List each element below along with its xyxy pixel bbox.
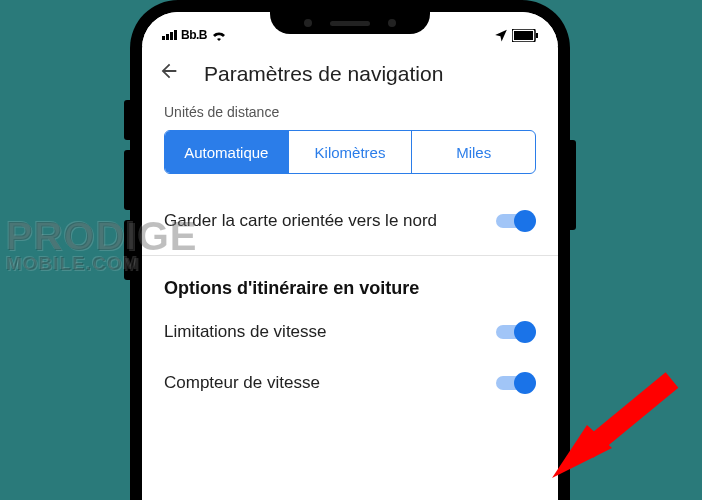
status-left: Bb.B — [162, 28, 227, 42]
distance-units-segmented: Automatique Kilomètres Miles — [164, 130, 536, 174]
divider — [142, 255, 558, 256]
battery-icon — [512, 29, 538, 42]
page-title: Paramètres de navigation — [204, 62, 443, 86]
keep-map-north-toggle[interactable] — [496, 210, 536, 232]
distance-units-label: Unités de distance — [142, 98, 558, 130]
wifi-icon — [211, 29, 227, 41]
svg-rect-1 — [514, 31, 533, 40]
phone-screen: Bb.B Paramètres de navigation Unités de … — [142, 12, 558, 500]
row-speedometer[interactable]: Compteur de vitesse — [142, 358, 558, 409]
keep-map-north-label: Garder la carte orientée vers le nord — [164, 210, 437, 233]
signal-icon — [162, 30, 177, 40]
svg-rect-2 — [536, 33, 538, 38]
row-keep-map-north[interactable]: Garder la carte orientée vers le nord — [142, 196, 558, 247]
speed-limits-label: Limitations de vitesse — [164, 321, 327, 344]
segment-miles[interactable]: Miles — [412, 131, 535, 173]
carrier-label: Bb.B — [181, 28, 207, 42]
phone-side-button — [124, 150, 130, 210]
segment-kilometres[interactable]: Kilomètres — [289, 131, 413, 173]
speedometer-toggle[interactable] — [496, 372, 536, 394]
location-icon — [494, 28, 508, 42]
phone-frame: Bb.B Paramètres de navigation Unités de … — [130, 0, 570, 500]
svg-line-3 — [587, 380, 672, 450]
row-speed-limits[interactable]: Limitations de vitesse — [142, 307, 558, 358]
segment-automatique[interactable]: Automatique — [165, 131, 289, 173]
speedometer-label: Compteur de vitesse — [164, 372, 320, 395]
phone-power-button — [570, 140, 576, 230]
phone-notch — [270, 12, 430, 34]
speed-limits-toggle[interactable] — [496, 321, 536, 343]
driving-options-title: Options d'itinéraire en voiture — [142, 264, 558, 307]
back-arrow-icon[interactable] — [158, 60, 180, 88]
status-right — [494, 28, 538, 42]
phone-side-button — [124, 100, 130, 140]
app-header: Paramètres de navigation — [142, 46, 558, 98]
phone-side-button — [124, 220, 130, 280]
